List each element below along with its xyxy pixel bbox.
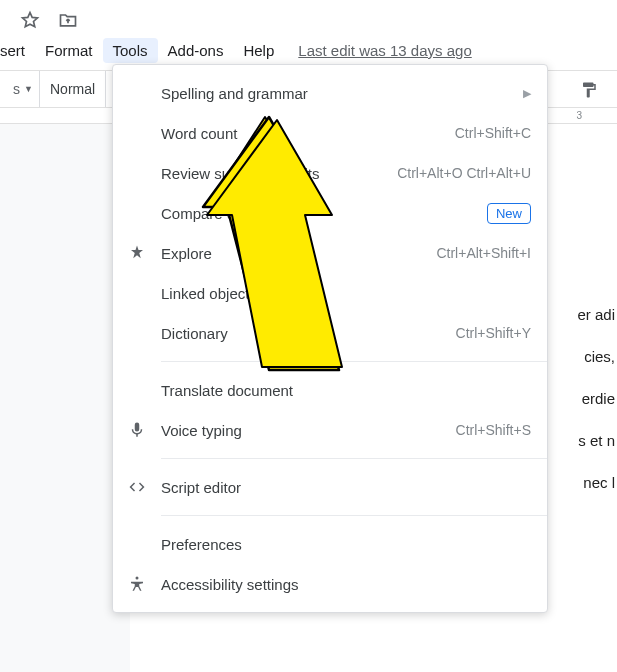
tools-dropdown-menu: Spelling and grammar ▶ Word count Ctrl+S…	[112, 64, 548, 613]
code-icon	[127, 477, 147, 497]
menu-spelling-grammar[interactable]: Spelling and grammar ▶	[113, 73, 547, 113]
menu-help[interactable]: Help	[233, 38, 284, 63]
star-icon[interactable]	[20, 10, 40, 33]
menu-item-label: Review suggested edits	[161, 165, 397, 182]
toolbar-style-text: Normal	[50, 81, 95, 97]
menu-script-editor[interactable]: Script editor	[113, 467, 547, 507]
menu-accessibility-settings[interactable]: Accessibility settings	[113, 564, 547, 604]
menu-word-count[interactable]: Word count Ctrl+Shift+C	[113, 113, 547, 153]
menu-item-label: Linked objects	[161, 285, 531, 302]
menu-voice-typing[interactable]: Voice typing Ctrl+Shift+S	[113, 410, 547, 450]
move-folder-icon[interactable]	[58, 10, 78, 33]
submenu-arrow-icon: ▶	[523, 87, 531, 100]
new-badge: New	[487, 203, 531, 224]
menu-separator	[161, 458, 547, 459]
menu-item-shortcut: Ctrl+Alt+O Ctrl+Alt+U	[397, 165, 531, 181]
mic-icon	[127, 420, 147, 440]
menu-item-label: Script editor	[161, 479, 531, 496]
menu-item-label: Dictionary	[161, 325, 456, 342]
titlebar-icons	[20, 10, 78, 33]
menu-item-label: Translate document	[161, 382, 531, 399]
menu-explore[interactable]: Explore Ctrl+Alt+Shift+I	[113, 233, 547, 273]
last-edit-link[interactable]: Last edit was 13 days ago	[298, 38, 471, 63]
menu-item-label: Preferences	[161, 536, 531, 553]
svg-point-0	[136, 577, 139, 580]
menu-item-label: Spelling and grammar	[161, 85, 523, 102]
menu-item-shortcut: Ctrl+Shift+C	[455, 125, 531, 141]
toolbar-left-text: s	[13, 81, 20, 97]
menu-item-shortcut: Ctrl+Alt+Shift+I	[436, 245, 531, 261]
menu-item-shortcut: Ctrl+Shift+S	[456, 422, 531, 438]
menu-linked-objects[interactable]: Linked objects	[113, 273, 547, 313]
ruler-tick: 3	[576, 110, 582, 121]
menu-item-label: Voice typing	[161, 422, 456, 439]
menu-dictionary[interactable]: Dictionary Ctrl+Shift+Y	[113, 313, 547, 353]
explore-icon	[127, 243, 147, 263]
menu-translate-document[interactable]: Translate document	[113, 370, 547, 410]
menu-separator	[161, 361, 547, 362]
menu-separator	[161, 515, 547, 516]
menu-review-suggested-edits[interactable]: Review suggested edits Ctrl+Alt+O Ctrl+A…	[113, 153, 547, 193]
chevron-down-icon: ▼	[24, 84, 33, 94]
menu-compare-documents[interactable]: Compare documents New	[113, 193, 547, 233]
paint-format-button[interactable]	[579, 81, 599, 102]
accessibility-icon	[127, 574, 147, 594]
document-margin	[0, 124, 130, 672]
menu-add-ons[interactable]: Add-ons	[158, 38, 234, 63]
menu-preferences[interactable]: Preferences	[113, 524, 547, 564]
menu-item-label: Compare documents	[161, 205, 487, 222]
menu-item-label: Explore	[161, 245, 436, 262]
menu-format[interactable]: Format	[35, 38, 103, 63]
toolbar-zoom-dropdown[interactable]: s ▼	[0, 71, 40, 107]
menubar: sert Format Tools Add-ons Help Last edit…	[0, 38, 472, 67]
menu-insert[interactable]: sert	[0, 38, 35, 63]
menu-item-label: Word count	[161, 125, 455, 142]
menu-tools[interactable]: Tools	[103, 38, 158, 63]
toolbar-styles-dropdown[interactable]: Normal	[40, 71, 106, 107]
menu-item-shortcut: Ctrl+Shift+Y	[456, 325, 531, 341]
menu-item-label: Accessibility settings	[161, 576, 531, 593]
